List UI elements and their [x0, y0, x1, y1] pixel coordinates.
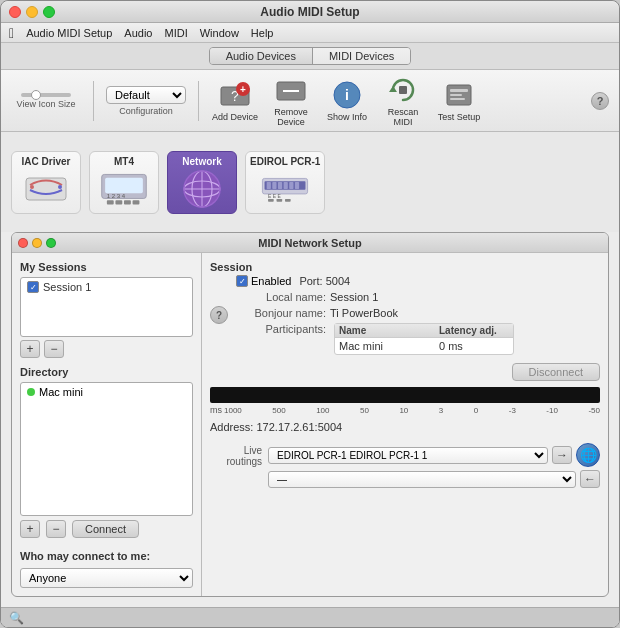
maximize-button[interactable] [43, 6, 55, 18]
local-name-row: Local name: Session 1 [236, 291, 600, 303]
enabled-checkbox-label: ✓ Enabled [236, 275, 291, 287]
svg-rect-33 [272, 181, 276, 188]
add-device-label: Add Device [212, 112, 258, 122]
devices-area: IAC Driver MT4 1 2 3 4 [1, 132, 619, 232]
svg-rect-20 [107, 200, 114, 204]
configuration-select[interactable]: Default [106, 86, 186, 104]
rescan-midi-label: Rescan MIDI [379, 107, 427, 127]
toolbar-separator-1 [93, 81, 94, 121]
icon-size-slider[interactable] [21, 93, 71, 97]
disconnect-button[interactable]: Disconnect [512, 363, 600, 381]
sub-window-content: My Sessions ✓ Session 1 + − Directory [12, 253, 608, 596]
left-panel: My Sessions ✓ Session 1 + − Directory [12, 253, 202, 596]
window-menu[interactable]: Window [200, 27, 239, 39]
address-label: Address: [210, 421, 253, 433]
device-network[interactable]: Network [167, 151, 237, 214]
svg-rect-40 [277, 198, 283, 201]
show-info-button[interactable]: i Show Info [323, 79, 371, 122]
device-mt4[interactable]: MT4 1 2 3 4 [89, 151, 159, 214]
device-iac-driver[interactable]: IAC Driver [11, 151, 81, 214]
sub-close-button[interactable] [18, 238, 28, 248]
svg-rect-23 [133, 200, 140, 204]
test-setup-button[interactable]: Test Setup [435, 79, 483, 122]
routing-to-select[interactable]: — [268, 471, 576, 488]
apple-menu[interactable]:  [9, 25, 14, 41]
help-button[interactable]: ? [591, 92, 609, 110]
routing-row-from: EDIROL PCR-1 EDIROL PCR-1 1 → 🌐 [268, 443, 600, 467]
tab-audio-devices[interactable]: Audio Devices [210, 48, 313, 64]
participants-table: Name Latency adj. Mac mini 0 ms [334, 323, 514, 355]
remove-device-label: Remove Device [267, 107, 315, 127]
svg-rect-37 [295, 181, 299, 188]
network-icon [178, 169, 226, 209]
tab-midi-devices[interactable]: MIDI Devices [313, 48, 410, 64]
search-bar: 🔍 [1, 607, 619, 627]
who-may-connect-section: Who may connect to me: Anyone [20, 550, 193, 588]
add-session-button[interactable]: + [20, 340, 40, 358]
add-directory-button[interactable]: + [20, 520, 40, 538]
who-select[interactable]: Anyone [20, 568, 193, 588]
svg-text:+: + [240, 84, 246, 95]
directory-item: Mac mini [21, 383, 192, 401]
enabled-checkbox[interactable]: ✓ [236, 275, 248, 287]
minimize-button[interactable] [26, 6, 38, 18]
toolbar: View Icon Size Default Configuration ? +… [1, 70, 619, 132]
midi-menu[interactable]: MIDI [164, 27, 187, 39]
main-window: Audio MIDI Setup  Audio MIDI Setup Audi… [0, 0, 620, 628]
rescan-midi-button[interactable]: Rescan MIDI [379, 74, 427, 127]
remove-directory-button[interactable]: − [46, 520, 66, 538]
routing-arrow-right[interactable]: → [552, 446, 572, 464]
participants-header: Name Latency adj. [335, 324, 513, 338]
title-bar: Audio MIDI Setup [1, 1, 619, 23]
close-button[interactable] [9, 6, 21, 18]
routing-arrow-left[interactable]: ← [580, 470, 600, 488]
session-checkbox[interactable]: ✓ [27, 281, 39, 293]
svg-rect-11 [450, 89, 468, 92]
sub-window-title-bar: MIDI Network Setup [12, 233, 608, 253]
svg-marker-8 [389, 86, 397, 92]
window-controls [9, 6, 55, 18]
configuration-label: Configuration [119, 106, 173, 116]
device-network-label: Network [182, 156, 221, 167]
remove-device-button[interactable]: Remove Device [267, 74, 315, 127]
device-iac-label: IAC Driver [22, 156, 71, 167]
session-header: Session [210, 261, 600, 273]
who-label: Who may connect to me: [20, 550, 193, 562]
sub-maximize-button[interactable] [46, 238, 56, 248]
list-item[interactable]: ✓ Session 1 [21, 278, 192, 296]
latency-ms-label: ms [210, 405, 222, 415]
device-edirol[interactable]: EDIROL PCR-1 E E E [245, 151, 325, 214]
routing-row-to: — ← [268, 470, 600, 488]
svg-rect-13 [450, 98, 465, 100]
bonjour-name-row: Bonjour name: Ti PowerBook [236, 307, 600, 319]
add-device-button[interactable]: ? + Add Device [211, 79, 259, 122]
help-menu[interactable]: Help [251, 27, 274, 39]
routing-from-select[interactable]: EDIROL PCR-1 EDIROL PCR-1 1 [268, 447, 548, 464]
globe-button[interactable]: 🌐 [576, 443, 600, 467]
sessions-list: ✓ Session 1 [20, 277, 193, 337]
directory-item-label: Mac mini [39, 386, 83, 398]
port-label: Port: 5004 [299, 275, 350, 287]
app-menu[interactable]: Audio MIDI Setup [26, 27, 112, 39]
participants-row: Participants: Name Latency adj. Mac mini… [236, 323, 600, 355]
session-help-button[interactable]: ? [210, 306, 228, 324]
connect-button[interactable]: Connect [72, 520, 139, 538]
show-info-label: Show Info [327, 112, 367, 122]
add-device-icon: ? + [219, 79, 251, 111]
svg-rect-36 [289, 181, 293, 188]
view-icon-size-label: View Icon Size [17, 99, 76, 109]
window-title: Audio MIDI Setup [260, 5, 359, 19]
live-label: Live [210, 445, 262, 456]
sub-window-controls [18, 238, 56, 248]
svg-rect-41 [285, 198, 291, 201]
remove-session-button[interactable]: − [44, 340, 64, 358]
address-value: 172.17.2.61:5004 [256, 421, 342, 433]
sub-minimize-button[interactable] [32, 238, 42, 248]
remove-device-icon [275, 74, 307, 106]
local-name-label: Local name: [236, 291, 326, 303]
col-name-header: Name [339, 325, 439, 336]
routings-label: routings [210, 456, 262, 467]
directory-section: Directory Mac mini + − Connect [20, 366, 193, 538]
svg-rect-39 [268, 198, 274, 201]
audio-menu[interactable]: Audio [124, 27, 152, 39]
